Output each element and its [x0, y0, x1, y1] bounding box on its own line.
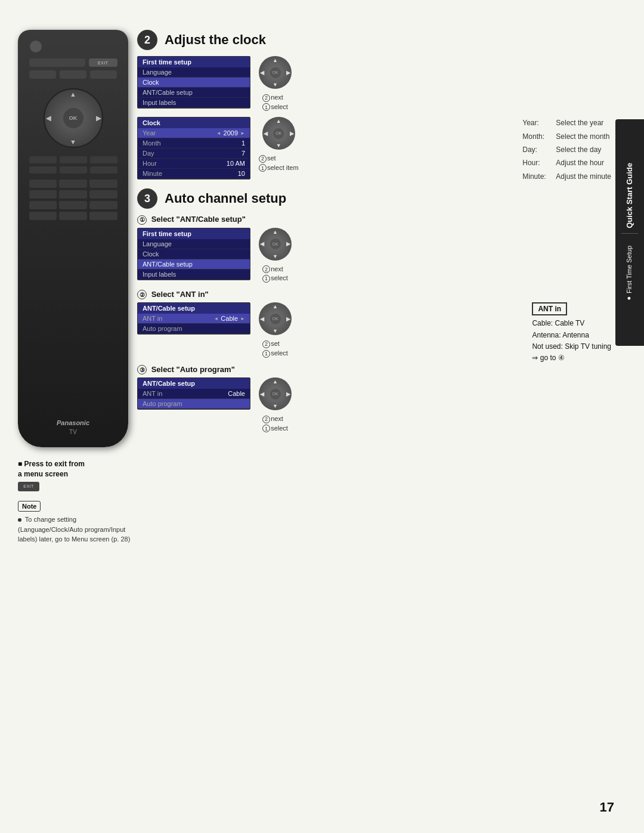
remote-mid-btn-6[interactable]: [90, 166, 117, 174]
step3-sub1-mini-dpad: OK ▲ ▼ ◀ ▶: [259, 228, 292, 261]
right-tab-divider: [621, 233, 639, 234]
step2-clock-row-minute: Minute 10: [138, 169, 250, 179]
note-title: Note: [18, 501, 41, 512]
step2-info-year: Year: Select the year: [522, 117, 611, 129]
step3-sub1-menu-header: First time setup: [138, 228, 250, 239]
remote-num-extra1[interactable]: [59, 212, 87, 220]
remote-btn-4[interactable]: [90, 70, 117, 79]
step2-instr2-set: 2set: [259, 154, 299, 163]
step3-sub1-menu: First time setup Language Clock ANT/Cabl…: [137, 228, 250, 280]
step2-menu1-item-language: Language: [138, 67, 250, 78]
step3-sub3-menu-header: ANT/Cable setup: [138, 378, 250, 389]
step3-section: 3 Auto channel setup ① Select "ANT/Cable…: [137, 188, 611, 432]
remote-num-9[interactable]: [89, 201, 117, 209]
step3-sub2-auto-row: Auto program: [138, 324, 250, 334]
remote-num-0[interactable]: [29, 212, 57, 220]
step2-info-month: Month: Select the month: [522, 131, 611, 143]
step2-dpad1-right: ▶: [286, 70, 290, 76]
step2-clock-row-hour: Hour 10 AM: [138, 159, 250, 169]
step3-sub3-auto-row: Auto program: [138, 399, 250, 409]
remote-btn-1[interactable]: [29, 58, 86, 67]
remote-num-extra2[interactable]: [89, 212, 117, 220]
step2-menu1-item-input: Input labels: [138, 98, 250, 108]
step2-menu1-item-ant: ANT/Cable setup: [138, 88, 250, 98]
step2-menu1-item-clock: Clock: [138, 78, 250, 88]
main-content: 2 Adjust the clock First time setup Lang…: [137, 30, 611, 444]
remote-num-2[interactable]: [59, 179, 87, 188]
remote-num-1[interactable]: [29, 179, 57, 188]
step3-sub2-ant-info: ANT in Cable: Cable TV Antenna: Antenna …: [532, 302, 611, 364]
note-section: Note To change setting (Language/Clock/A…: [18, 501, 131, 544]
remote-num-3[interactable]: [89, 179, 117, 188]
remote-mid-btn-1[interactable]: [29, 156, 57, 163]
step2-mini-dpad2: OK ▲ ▼ ◀ ▶: [262, 117, 295, 150]
remote-mid-btn-5[interactable]: [60, 166, 87, 174]
step2-dpad1-ok: OK: [270, 67, 281, 78]
step3-sub1-item-clock: Clock: [138, 249, 250, 259]
right-tab-subtitle: ● First Time Setup: [625, 246, 634, 302]
step2-dpad2-right: ▶: [290, 131, 294, 137]
remote-num-4[interactable]: [29, 190, 57, 199]
step2-instr1-select: 1select: [262, 103, 288, 112]
step2-info-hour: Hour: Adjust the hour: [522, 157, 611, 169]
step3-circle: 3: [137, 188, 157, 209]
remote-btn-2[interactable]: [29, 70, 56, 79]
step3-sub3-title: ③ Select "Auto program": [137, 365, 611, 375]
ant-box: ANT in: [532, 302, 567, 315]
remote-num-5[interactable]: [59, 190, 87, 199]
step3-sub1-dpad-ok: OK: [270, 239, 281, 249]
step2-menu1: First time setup Language Clock ANT/Cabl…: [137, 56, 250, 109]
remote-top-sensor: [30, 41, 42, 52]
step2-clock-layout: Clock Year ◄ 2009 ► Month 1 Day 7: [137, 117, 611, 179]
step3-sub1-title: ① Select "ANT/Cable setup": [137, 215, 611, 225]
step2-title: Adjust the clock: [165, 32, 266, 48]
dpad-down-arrow[interactable]: ▼: [70, 138, 76, 145]
exit-button-image: EXIT: [18, 482, 39, 491]
step2-instr2-select: 1select item: [259, 164, 299, 172]
step3-sub2: ② Select "ANT in" ANT/Cable setup ANT in…: [137, 290, 611, 358]
dpad-right-arrow[interactable]: ▶: [96, 114, 101, 122]
remote-exit-btn[interactable]: EXIT: [89, 58, 117, 67]
step2-dpad2-left: ◀: [264, 131, 268, 137]
remote-top-buttons: EXIT: [29, 58, 117, 79]
remote-num-7[interactable]: [29, 201, 57, 209]
remote-mid-buttons: [29, 156, 117, 174]
step3-sub2-ant-row: ANT in ◄ Cable ►: [138, 314, 250, 324]
step2-clock-screen: Clock Year ◄ 2009 ► Month 1 Day 7: [137, 117, 250, 179]
step3-sub2-title: ② Select "ANT in": [137, 290, 611, 300]
step2-first-layout: First time setup Language Clock ANT/Cabl…: [137, 56, 611, 111]
dpad-up-arrow[interactable]: ▲: [70, 91, 76, 98]
step2-clock-header: Clock: [138, 117, 250, 128]
step3-sub2-menu: ANT/Cable setup ANT in ◄ Cable ► Auto pr…: [137, 302, 250, 335]
step3-sub1-item-input: Input labels: [138, 270, 250, 280]
remote-control: EXIT OK ▲ ▼ ◀ ▶: [18, 30, 128, 447]
step2-dpad2: OK ▲ ▼ ◀ ▶ 2set 1select item: [259, 117, 299, 172]
exit-label: ■ Press to exit froma menu screen: [18, 459, 128, 479]
remote-num-8[interactable]: [59, 201, 87, 209]
step3-sub3-layout: ANT/Cable setup ANT in Cable Auto progra…: [137, 377, 611, 432]
remote-ok-btn[interactable]: OK: [63, 108, 83, 128]
exit-section: ■ Press to exit froma menu screen EXIT: [18, 459, 128, 495]
step2-mini-dpad1: OK ▲ ▼ ◀ ▶: [259, 56, 292, 89]
remote-num-6[interactable]: [89, 190, 117, 199]
step3-sub3-mini-dpad: OK ▲ ▼ ◀ ▶: [259, 377, 292, 410]
step3-header: 3 Auto channel setup: [137, 188, 611, 209]
step3-sub2-mini-dpad: OK ▲ ▼ ◀ ▶: [259, 302, 292, 335]
remote-mid-btn-3[interactable]: [90, 156, 117, 163]
step2-instr1-next: 2next: [262, 94, 288, 102]
step2-clock-row-month: Month 1: [138, 138, 250, 148]
ant-info-text: Cable: Cable TV Antenna: Antenna Not use…: [532, 318, 611, 364]
step3-sub2-layout: ANT/Cable setup ANT in ◄ Cable ► Auto pr…: [137, 302, 611, 357]
step3-sub1-layout: First time setup Language Clock ANT/Cabl…: [137, 228, 611, 283]
remote-mid-btn-2[interactable]: [60, 156, 87, 163]
note-content: To change setting (Language/Clock/Auto p…: [18, 515, 131, 544]
step2-circle: 2: [137, 30, 157, 50]
remote-mid-btn-4[interactable]: [29, 166, 57, 174]
remote-model: TV: [69, 429, 77, 435]
dpad-left-arrow[interactable]: ◀: [46, 114, 51, 122]
remote-btn-3[interactable]: [60, 70, 86, 79]
remote-dpad[interactable]: OK ▲ ▼ ◀ ▶: [44, 88, 103, 148]
step3-sub2-menu-header: ANT/Cable setup: [138, 303, 250, 314]
step2-dpad1-left: ◀: [260, 70, 264, 76]
step2-dpad2-down: ▼: [276, 143, 281, 148]
